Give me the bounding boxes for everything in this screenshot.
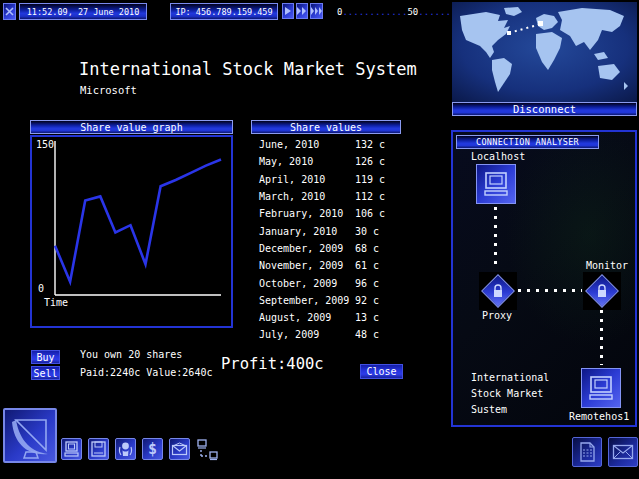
buy-button-label: Buy xyxy=(36,352,54,363)
app-close-button[interactable] xyxy=(3,3,16,20)
mail-button[interactable] xyxy=(608,437,638,467)
share-value-month: March, 2010 xyxy=(251,191,355,202)
ip-display[interactable]: IP: 456.789.159.459 xyxy=(170,3,278,20)
share-value-amount: 13 c xyxy=(355,312,401,323)
share-values-title: Share values xyxy=(290,122,362,133)
share-values-titlebar: Share values xyxy=(251,120,401,134)
share-value-month: September, 2009 xyxy=(251,295,355,306)
lock-icon xyxy=(596,284,608,298)
page-title: International Stock Market System xyxy=(79,59,417,79)
share-value-amount: 61 c xyxy=(355,260,401,271)
connection-origin-node xyxy=(507,31,511,35)
fastest-forward-icon xyxy=(311,7,322,15)
uplink-screen: 11:52.09, 27 June 2010 IP: 456.789.159.4… xyxy=(0,0,639,479)
remote-host-label: Remotehos1 xyxy=(569,411,629,422)
shares-owned-text: You own 20 shares xyxy=(80,349,182,360)
share-graph-panel: 150 0 Time xyxy=(30,135,233,328)
target-system-name-line: Sustem xyxy=(471,404,549,415)
share-value-month: February, 2010 xyxy=(251,208,355,219)
share-value-month: July, 2009 xyxy=(251,329,355,340)
floppy-disk-icon xyxy=(90,440,107,458)
share-value-month: December, 2009 xyxy=(251,243,355,254)
close-button-label: Close xyxy=(366,366,396,377)
network-map-icon xyxy=(196,438,219,462)
finance-button[interactable]: $ xyxy=(142,438,163,460)
uplink-logo-button[interactable] xyxy=(3,408,57,463)
localhost-label: Localhost xyxy=(471,151,525,162)
fast-forward-icon xyxy=(297,7,307,15)
hardware-button[interactable] xyxy=(61,438,82,460)
satellite-dish-icon xyxy=(6,412,54,460)
gauge-mid-label: 50 xyxy=(407,7,418,17)
share-value-row: August, 200913 c xyxy=(251,309,401,326)
route-dots-proxy-monitor xyxy=(518,289,582,292)
envelope-icon xyxy=(612,444,634,460)
lock-icon xyxy=(492,284,504,298)
share-value-row: November, 200961 c xyxy=(251,257,401,274)
target-system-name-line: Stock Market xyxy=(471,388,549,399)
share-value-month: June, 2010 xyxy=(251,139,355,150)
paid-value-text: Paid:2240c Value:2640c xyxy=(80,367,212,378)
clock-display[interactable]: 11:52.09, 27 June 2010 xyxy=(19,3,147,20)
share-value-amount: 96 c xyxy=(355,278,401,289)
monitor-label: Monitor xyxy=(586,260,628,271)
connection-analyser-panel: CONNECTION ANALYSER Localhost Proxy Moni… xyxy=(451,130,637,427)
graph-panel-titlebar: Share value graph xyxy=(30,120,233,134)
share-value-amount: 68 c xyxy=(355,243,401,254)
share-value-row: March, 2010112 c xyxy=(251,188,401,205)
share-value-row: June, 2010132 c xyxy=(251,136,401,153)
sell-button-label: Sell xyxy=(33,368,57,379)
share-value-row: February, 2010106 c xyxy=(251,205,401,222)
graph-panel-title: Share value graph xyxy=(80,122,182,133)
target-system-name: InternationalStock MarketSustem xyxy=(471,372,549,420)
share-value-month: May, 2010 xyxy=(251,156,355,167)
share-value-row: July, 200948 c xyxy=(251,326,401,343)
disconnect-button-label: Disconnect xyxy=(513,103,576,115)
clock-text: 11:52.09, 27 June 2010 xyxy=(27,7,140,17)
speed-fastest-button[interactable] xyxy=(310,3,323,19)
proxy-label: Proxy xyxy=(482,310,512,321)
share-value-amount: 132 c xyxy=(355,139,401,150)
share-value-amount: 30 c xyxy=(355,226,401,237)
share-value-amount: 106 c xyxy=(355,208,401,219)
share-value-month: April, 2010 xyxy=(251,174,355,185)
computer-icon xyxy=(587,374,615,402)
network-map-button[interactable] xyxy=(196,438,219,462)
ip-text: IP: 456.789.159.459 xyxy=(175,7,272,17)
share-value-amount: 119 c xyxy=(355,174,401,185)
share-value-row: January, 201030 c xyxy=(251,222,401,239)
route-dots-monitor-remote xyxy=(600,310,603,365)
share-value-month: January, 2010 xyxy=(251,226,355,237)
world-map-image xyxy=(452,2,637,102)
close-button[interactable]: Close xyxy=(360,364,403,379)
target-system-name-line: International xyxy=(471,372,549,383)
share-value-amount: 92 c xyxy=(355,295,401,306)
remote-host-node[interactable] xyxy=(581,368,621,408)
share-value-row: October, 200996 c xyxy=(251,274,401,291)
speed-normal-button[interactable] xyxy=(282,3,294,19)
email-button[interactable] xyxy=(169,438,190,460)
buy-button[interactable]: Buy xyxy=(31,350,60,364)
share-value-amount: 112 c xyxy=(355,191,401,202)
computer-icon xyxy=(482,170,510,198)
computer-icon xyxy=(63,440,80,458)
route-dots-localhost-proxy xyxy=(494,207,497,270)
world-map[interactable] xyxy=(452,2,637,102)
envelope-icon xyxy=(171,442,188,456)
sell-button[interactable]: Sell xyxy=(31,366,60,380)
share-value-row: September, 200992 c xyxy=(251,292,401,309)
connection-analyser-titlebar: CONNECTION ANALYSER xyxy=(456,135,599,149)
close-icon xyxy=(5,7,14,16)
disconnect-button[interactable]: Disconnect xyxy=(452,102,637,116)
localhost-node[interactable] xyxy=(476,164,516,204)
agent-status-button[interactable] xyxy=(115,438,136,460)
connection-target-node xyxy=(538,21,543,26)
share-value-row: December, 200968 c xyxy=(251,240,401,257)
share-value-amount: 48 c xyxy=(355,329,401,340)
memory-button[interactable] xyxy=(88,438,109,460)
news-button[interactable] xyxy=(572,437,602,467)
speed-fast-button[interactable] xyxy=(296,3,308,19)
play-icon xyxy=(284,7,292,15)
page-subtitle: Microsoft xyxy=(80,84,137,96)
share-graph-line xyxy=(55,160,221,282)
